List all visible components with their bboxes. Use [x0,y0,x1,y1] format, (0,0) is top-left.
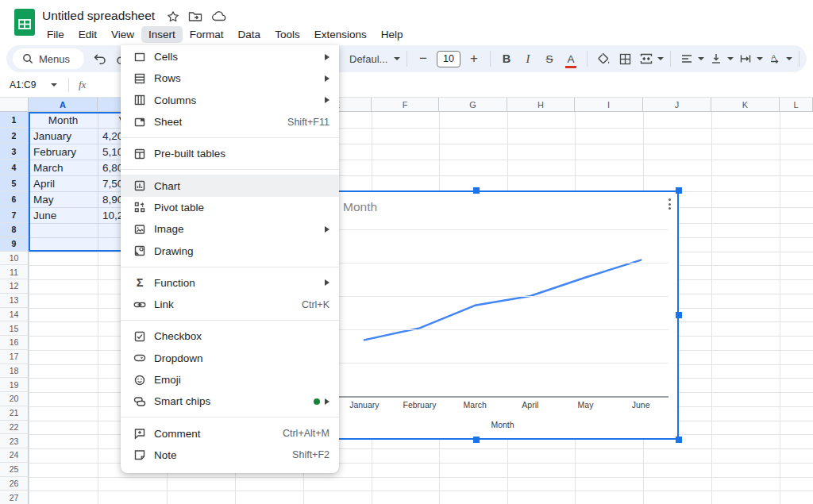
cloud-status-icon[interactable] [211,10,227,23]
column-header-f[interactable]: F [372,98,439,112]
insert-menu-item-note[interactable]: NoteShift+F2 [121,444,339,466]
row-header-27[interactable]: 27 [0,491,29,504]
horizontal-align-control[interactable] [677,49,704,68]
column-header-a[interactable]: A [29,98,98,112]
row-header-22[interactable]: 22 [0,421,29,435]
insert-menu-item-emoji[interactable]: Emoji [121,369,339,391]
row-header-3[interactable]: 3 [0,144,29,160]
insert-menu-item-dropdown[interactable]: Dropdown [121,348,339,369]
chart-gridline [337,229,669,230]
chart-x-axis-line [337,396,669,398]
insert-menu-item-drawing[interactable]: Drawing [121,240,339,261]
column-header-j[interactable]: J [643,98,711,112]
row-header-16[interactable]: 16 [0,336,29,350]
menu-item-label: Pre-built tables [154,148,329,160]
row-header-9[interactable]: 9 [0,237,29,252]
menu-item-label: Link [154,298,302,310]
move-folder-icon[interactable] [188,10,202,23]
column-header-h[interactable]: H [507,98,575,112]
menubar-item-insert[interactable]: Insert [141,26,183,43]
row-header-8[interactable]: 8 [0,223,29,237]
insert-menu-item-image[interactable]: Image [121,218,339,240]
text-color-icon[interactable]: A [561,49,580,68]
row-header-11[interactable]: 11 [0,265,29,279]
insert-menu-item-function[interactable]: ΣFunction [121,272,339,294]
document-title[interactable]: Untitled spreadsheet [42,9,155,23]
fx-icon[interactable]: fx [79,79,86,91]
more-icon[interactable]: ⋮ [806,49,813,68]
merge-cells-control[interactable] [637,49,664,68]
row-header-14[interactable]: 14 [0,308,29,322]
undo-icon[interactable] [91,49,110,68]
strikethrough-icon[interactable]: S [540,49,559,68]
name-box[interactable]: A1:C9 [10,79,57,90]
row-header-10[interactable]: 10 [0,252,29,266]
column-header-l[interactable]: L [780,98,813,112]
chart-resize-handle[interactable] [473,187,480,194]
vertical-align-control[interactable] [707,49,734,68]
row-header-7[interactable]: 7 [0,207,29,223]
insert-menu-item-checkbox[interactable]: Checkbox [121,325,339,347]
bold-icon[interactable]: B [497,49,516,68]
row-header-4[interactable]: 4 [0,160,29,175]
menubar-item-extensions[interactable]: Extensions [307,26,374,43]
row-header-18[interactable]: 18 [0,364,29,379]
font-family-selector[interactable]: Defaul... [349,53,400,65]
row-header-17[interactable]: 17 [0,350,29,364]
row-header-15[interactable]: 15 [0,321,29,336]
chart-resize-handle[interactable] [676,437,682,443]
menubar-item-format[interactable]: Format [183,26,231,43]
insert-menu-item-rows[interactable]: Rows [121,67,339,89]
insert-menu-item-link[interactable]: LinkCtrl+K [121,294,339,315]
sheets-logo-icon[interactable] [14,9,35,36]
text-wrap-control[interactable] [736,49,763,68]
row-header-13[interactable]: 13 [0,294,29,308]
row-header-21[interactable]: 21 [0,406,29,421]
row-header-25[interactable]: 25 [0,463,29,477]
row-header-1[interactable]: 1 [0,112,29,128]
row-header-24[interactable]: 24 [0,448,29,463]
row-header-2[interactable]: 2 [0,128,29,144]
chart-resize-handle[interactable] [676,312,682,318]
menubar-item-file[interactable]: File [40,26,71,43]
menubar-item-view[interactable]: View [104,26,141,43]
submenu-arrow-icon [325,398,329,405]
row-header-6[interactable]: 6 [0,191,29,207]
column-header-k[interactable]: K [711,98,780,112]
insert-menu-item-cells[interactable]: Cells [121,46,339,67]
fill-color-icon[interactable] [594,49,613,68]
chevron-down-icon [51,83,57,87]
menubar-item-tools[interactable]: Tools [268,26,307,43]
insert-menu-item-chart[interactable]: Chart [121,175,339,196]
row-header-19[interactable]: 19 [0,378,29,392]
menubar-item-help[interactable]: Help [374,26,410,43]
increase-font-size-button[interactable]: + [464,49,484,68]
row-header-23[interactable]: 23 [0,434,29,448]
select-all-corner[interactable] [0,98,29,112]
row-header-5[interactable]: 5 [0,175,29,191]
decrease-font-size-button[interactable]: − [414,49,433,68]
borders-icon[interactable] [615,49,634,68]
menus-search-pill[interactable]: Menus [13,48,84,69]
row-header-12[interactable]: 12 [0,279,29,294]
chart-resize-handle[interactable] [473,437,480,443]
column-header-i[interactable]: I [575,98,643,112]
insert-menu-item-pre-built-tables[interactable]: Pre-built tables [121,143,339,164]
insert-menu-item-sheet[interactable]: SheetShift+F11 [121,111,339,133]
insert-menu-item-columns[interactable]: Columns [121,90,339,111]
insert-menu-item-smart-chips[interactable]: Smart chips [121,391,339,412]
star-icon[interactable] [167,10,179,23]
chart-more-options-icon[interactable] [669,198,671,210]
insert-menu-item-pivot-table[interactable]: Pivot table [121,197,339,218]
text-rotation-control[interactable]: A [765,49,792,68]
menubar-item-edit[interactable]: Edit [71,26,104,43]
insert-menu-item-comment[interactable]: CommentCtrl+Alt+M [121,422,339,444]
column-header-g[interactable]: G [439,98,507,112]
font-size-input[interactable]: 10 [437,51,460,67]
italic-icon[interactable]: I [518,49,538,68]
menubar-item-data[interactable]: Data [231,26,268,43]
row-header-26[interactable]: 26 [0,477,29,491]
chart-resize-handle[interactable] [676,187,682,194]
menu-item-shortcut: Ctrl+Alt+M [283,428,329,439]
row-header-20[interactable]: 20 [0,392,29,406]
